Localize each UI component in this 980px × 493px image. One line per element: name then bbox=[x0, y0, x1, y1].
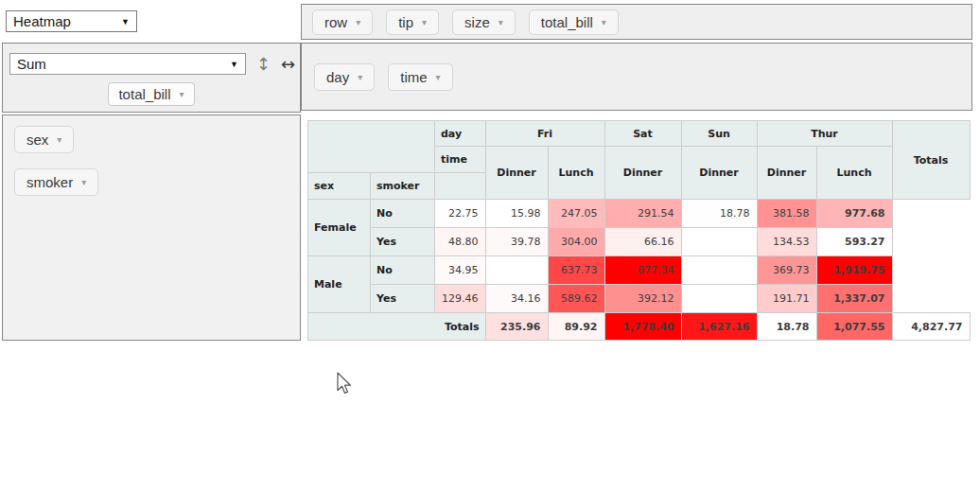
pivot-value-cell: 134.53 bbox=[757, 228, 816, 256]
blank-header bbox=[435, 173, 486, 200]
col-label-Fri-Lunch: Lunch bbox=[548, 147, 604, 200]
attr-pill-label: day bbox=[326, 69, 349, 85]
col-label-Sat-Dinner: Dinner bbox=[604, 147, 681, 200]
mouse-cursor-icon bbox=[336, 372, 353, 396]
pivot-value-cell bbox=[681, 228, 757, 256]
dropdown-triangle-icon[interactable]: ▾ bbox=[358, 72, 362, 82]
attr-pill-time[interactable]: time▾ bbox=[388, 63, 452, 91]
attr-pill-label: row bbox=[324, 14, 347, 30]
pivot-value-cell bbox=[485, 256, 548, 285]
attr-pill-label: size bbox=[464, 14, 490, 30]
row-label-header: Yes bbox=[371, 228, 435, 256]
pivot-value-cell: 22.75 bbox=[435, 200, 486, 228]
row-label-header: Yes bbox=[371, 285, 435, 313]
aggregator-args-container: total_bill▾ bbox=[3, 82, 300, 106]
pivot-value-cell: 34.16 bbox=[485, 285, 548, 313]
axis-label-smoker: smoker bbox=[371, 173, 435, 200]
chevron-down-icon: ▼ bbox=[230, 60, 238, 69]
axis-label-time: time bbox=[435, 147, 486, 173]
attr-pill-day[interactable]: day▾ bbox=[314, 63, 375, 91]
pivot-row-total-cell: 977.68 bbox=[816, 200, 892, 228]
pivot-value-cell: 18.78 bbox=[681, 200, 757, 228]
pivot-col-total-cell: 18.78 bbox=[757, 313, 816, 341]
dropdown-triangle-icon[interactable]: ▾ bbox=[180, 89, 184, 99]
aggregator-panel: Sum ▼ ↕ ↔ total_bill▾ bbox=[2, 43, 301, 113]
pivot-value-cell: 589.62 bbox=[548, 285, 604, 313]
attr-pill-total_bill[interactable]: total_bill▾ bbox=[529, 9, 619, 35]
dropdown-triangle-icon[interactable]: ▾ bbox=[356, 17, 360, 27]
pivot-row-total-cell: 1,919.75 bbox=[816, 256, 892, 285]
pivot-row-total-cell: 593.27 bbox=[816, 228, 892, 256]
totals-row-header: Totals bbox=[308, 313, 486, 341]
aggregator-select-value: Sum bbox=[17, 56, 46, 72]
col-label-Sun: Sun bbox=[681, 121, 757, 147]
pivot-col-total-cell: 89.92 bbox=[548, 313, 604, 341]
pivot-value-cell bbox=[681, 285, 757, 313]
attr-pill-label: smoker bbox=[26, 174, 73, 190]
dropdown-triangle-icon[interactable]: ▾ bbox=[422, 17, 427, 27]
attr-pill-tip[interactable]: tip▾ bbox=[386, 9, 439, 35]
dropdown-triangle-icon[interactable]: ▾ bbox=[602, 17, 606, 27]
chevron-down-icon: ▼ bbox=[121, 17, 130, 26]
row-order-button[interactable]: ↕ bbox=[256, 56, 271, 73]
pivot-value-cell: 15.98 bbox=[485, 200, 548, 228]
col-label-Fri: Fri bbox=[485, 121, 604, 147]
col-label-Sat: Sat bbox=[604, 121, 681, 147]
row-group-header-Male: Male bbox=[308, 256, 371, 313]
pivot-col-total-cell: 1,627.16 bbox=[681, 313, 757, 341]
pivot-value-cell: 39.78 bbox=[485, 228, 548, 256]
row-label-header: No bbox=[371, 200, 435, 228]
pivot-value-cell: 392.12 bbox=[604, 285, 681, 313]
attr-pill-total_bill[interactable]: total_bill▾ bbox=[108, 82, 194, 106]
col-attributes-container: day▾time▾ bbox=[301, 43, 972, 111]
axis-label-sex: sex bbox=[308, 173, 371, 200]
pivot-col-total-cell: 1,077.55 bbox=[816, 313, 892, 341]
col-label-Thur: Thur bbox=[757, 121, 892, 147]
pivot-value-cell: 48.80 bbox=[435, 228, 486, 256]
dropdown-triangle-icon[interactable]: ▾ bbox=[436, 72, 441, 82]
pivot-grand-total-cell: 4,827.77 bbox=[892, 313, 970, 341]
dropdown-triangle-icon[interactable]: ▾ bbox=[499, 17, 503, 27]
col-order-button[interactable]: ↔ bbox=[281, 56, 295, 73]
attr-pill-sex[interactable]: sex▾ bbox=[14, 126, 74, 153]
pivot-value-cell: 247.05 bbox=[548, 200, 604, 228]
attr-pill-label: sex bbox=[26, 132, 48, 148]
attr-pill-label: tip bbox=[398, 14, 413, 30]
row-attr-line: smoker▾ bbox=[14, 168, 289, 196]
dropdown-triangle-icon[interactable]: ▾ bbox=[57, 134, 61, 145]
pivot-value-cell: 129.46 bbox=[435, 285, 486, 313]
unused-attributes-container: row▾tip▾size▾total_bill▾ bbox=[301, 4, 972, 40]
col-label-Sun-Dinner: Dinner bbox=[681, 147, 757, 200]
attr-pill-label: total_bill bbox=[541, 14, 593, 30]
dropdown-triangle-icon[interactable]: ▾ bbox=[81, 177, 86, 187]
pivot-value-cell: 637.73 bbox=[548, 256, 604, 285]
attr-pill-row[interactable]: row▾ bbox=[312, 9, 373, 35]
pivot-col-total-cell: 1,778.40 bbox=[604, 313, 681, 341]
attr-pill-label: time bbox=[400, 69, 427, 85]
axis-label-day: day bbox=[435, 121, 486, 147]
pivot-value-cell: 369.73 bbox=[757, 256, 816, 285]
col-label-Fri-Dinner: Dinner bbox=[485, 147, 548, 200]
attr-pill-smoker[interactable]: smoker▾ bbox=[14, 168, 98, 196]
aggregator-select[interactable]: Sum ▼ bbox=[9, 53, 246, 75]
pivot-row-total-cell: 1,337.07 bbox=[816, 285, 892, 313]
blank-corner-header bbox=[308, 121, 435, 173]
pivot-value-cell: 291.54 bbox=[604, 200, 681, 228]
attr-pill-size[interactable]: size▾ bbox=[452, 9, 516, 35]
pivot-value-cell: 66.16 bbox=[604, 228, 681, 256]
pivot-output: dayFriSatSunThurTotalstimeDinnerLunchDin… bbox=[307, 120, 971, 341]
pivot-value-cell: 381.58 bbox=[757, 200, 816, 228]
col-label-Thur-Lunch: Lunch bbox=[816, 147, 892, 200]
totals-column-header: Totals bbox=[892, 121, 970, 200]
pivot-value-cell: 877.34 bbox=[604, 256, 681, 285]
renderer-select[interactable]: Heatmap ▼ bbox=[6, 10, 137, 32]
attr-pill-label: total_bill bbox=[118, 86, 170, 102]
row-group-header-Female: Female bbox=[308, 200, 371, 256]
row-label-header: No bbox=[371, 256, 435, 285]
row-attr-line: sex▾ bbox=[14, 126, 289, 153]
col-label-Thur-Dinner: Dinner bbox=[757, 147, 816, 200]
renderer-select-value: Heatmap bbox=[13, 13, 71, 29]
pivot-col-total-cell: 235.96 bbox=[485, 313, 548, 341]
pivot-value-cell: 34.95 bbox=[435, 256, 486, 285]
pivot-table: dayFriSatSunThurTotalstimeDinnerLunchDin… bbox=[307, 120, 971, 341]
